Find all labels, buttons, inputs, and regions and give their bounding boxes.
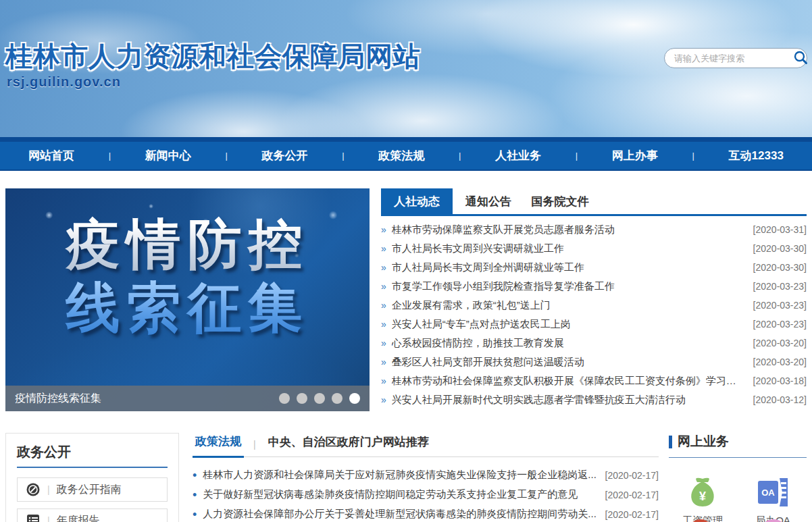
news-title[interactable]: 叠彩区人社局支部开展扶贫慰问送温暖活动 — [392, 356, 745, 369]
news-title[interactable]: 市人社局长韦文周到兴安调研就业工作 — [392, 242, 745, 255]
news-date: [2020-03-20] — [753, 338, 807, 348]
money-bag-icon: ¥ — [686, 475, 719, 509]
tab-hr-news[interactable]: 人社动态 — [381, 188, 453, 214]
news-section: 人社动态 通知公告 国务院文件 » 桂林市劳动保障监察支队开展党员志愿者服务活动… — [381, 188, 807, 411]
carousel-dot[interactable] — [332, 393, 342, 404]
policy-item[interactable]: • 人力资源社会保障部办公厅关于妥善处理新型冠状病毒感染的肺炎疫情防控期间劳动关… — [193, 504, 659, 522]
carousel-dot[interactable] — [279, 393, 290, 404]
nav-separator: | — [576, 151, 578, 161]
online-services-title: 网上业务 — [678, 433, 729, 450]
news-tabs: 人社动态 通知公告 国务院文件 — [381, 188, 807, 216]
partial-pink-icon[interactable] — [759, 519, 788, 522]
nav-separator: | — [342, 151, 344, 161]
compass-icon — [26, 482, 41, 497]
main-content: 疫情防控 线索征集 疫情防控线索征集 人社动态 通知公告 国务院文件 — [0, 171, 812, 411]
nav-separator: | — [692, 151, 694, 161]
arrow-icon: » — [381, 281, 386, 292]
news-title[interactable]: 兴安人社局“专车”点对点护送农民工上岗 — [392, 318, 745, 331]
policy-title[interactable]: 桂林市人力资源和社会保障局关于应对新冠肺炎疫情实施失业保险支持一般企业稳岗返..… — [203, 469, 597, 481]
news-date: [2020-03-18] — [753, 375, 807, 386]
gov-item-label: 年度报告 — [57, 514, 100, 522]
carousel-banner[interactable]: 疫情防控 线索征集 疫情防控线索征集 — [5, 188, 370, 411]
arrow-icon: » — [381, 375, 386, 386]
service-item-bureau-oa[interactable]: OA 局办OA — [748, 475, 797, 522]
news-date: [2020-03-30] — [753, 262, 807, 273]
nav-item-interact-12333[interactable]: 互动12333 — [729, 148, 784, 163]
tab-policies-regulations[interactable]: 政策法规 — [193, 434, 244, 458]
arrow-icon: » — [381, 300, 386, 311]
policy-tabs: 政策法规 | 中央、自治区政府门户网站推荐 — [193, 433, 659, 457]
online-services-section: 网上业务 ¥ 工资管理 — [669, 433, 807, 522]
news-item[interactable]: » 市人社局局长韦文周到全州调研就业等工作 [2020-03-30] — [381, 258, 807, 277]
main-nav: 网站首页 | 新闻中心 | 政务公开 | 政策法规 | 人社业务 | 网上办事 … — [0, 137, 812, 171]
news-item[interactable]: » 心系校园疫情防控，助推技工教育发展 [2020-03-20] — [381, 334, 807, 353]
news-title[interactable]: 市人社局局长韦文周到全州调研就业等工作 — [392, 261, 745, 274]
news-title[interactable]: 心系校园疫情防控，助推技工教育发展 — [392, 337, 745, 350]
news-item[interactable]: » 市人社局长韦文周到兴安调研就业工作 [2020-03-30] — [381, 239, 807, 258]
bottom-content: 政务公开 | 政务公开指南 — [0, 411, 812, 522]
divider: | — [47, 484, 50, 495]
news-date: [2020-03-12] — [753, 394, 807, 405]
partial-red-icon[interactable] — [688, 519, 713, 522]
news-title[interactable]: 桂林市劳动保障监察支队开展党员志愿者服务活动 — [392, 224, 745, 236]
tab-state-council-docs[interactable]: 国务院文件 — [524, 188, 596, 214]
policy-item[interactable]: • 桂林市人力资源和社会保障局关于应对新冠肺炎疫情实施失业保险支持一般企业稳岗返… — [193, 465, 659, 485]
policy-date: [2020-02-17] — [605, 509, 659, 520]
nav-item-home[interactable]: 网站首页 — [28, 148, 74, 163]
policy-title[interactable]: 人力资源社会保障部办公厅关于妥善处理新型冠状病毒感染的肺炎疫情防控期间劳动关..… — [203, 508, 597, 521]
partial-service-icons — [669, 519, 807, 522]
page: 桂林市人力资源和社会保障局网站 rsj.guilin.gov.cn 网站首页 |… — [0, 0, 812, 522]
news-title[interactable]: 兴安人社局开展新时代文明实践志愿者学雷锋暨抗疫五大清洁行动 — [392, 394, 745, 407]
nav-item-gov-disclosure[interactable]: 政务公开 — [262, 148, 308, 163]
divider: | — [47, 515, 50, 522]
search-input[interactable] — [674, 53, 793, 63]
news-item[interactable]: » 兴安人社局“专车”点对点护送农民工上岗 [2020-03-23] — [381, 315, 807, 334]
search-icon — [793, 50, 808, 67]
policy-list: • 桂林市人力资源和社会保障局关于应对新冠肺炎疫情实施失业保险支持一般企业稳岗返… — [193, 465, 659, 522]
tab-notices[interactable]: 通知公告 — [453, 188, 524, 214]
banner-line2: 线索征集 — [5, 276, 370, 340]
gov-item-annual-report[interactable]: | 年度报告 — [17, 508, 168, 522]
news-item[interactable]: » 企业发展有需求，政策“礼包”送上门 [2020-03-23] — [381, 296, 807, 315]
accent-bar — [669, 436, 672, 448]
nav-item-online-services[interactable]: 网上办事 — [612, 148, 658, 163]
nav-separator: | — [459, 151, 461, 161]
site-title: 桂林市人力资源和社会保障局网站 — [5, 38, 421, 75]
news-date: [2020-03-23] — [753, 281, 807, 292]
site-subtitle: rsj.guilin.gov.cn — [7, 74, 121, 90]
news-title[interactable]: 市复学工作领导小组到我院检查指导复学准备工作 — [392, 280, 745, 293]
news-title[interactable]: 桂林市劳动和社会保障监察支队积极开展《保障农民工工资支付条例》学习宣传 — [392, 375, 745, 388]
search-box[interactable] — [664, 48, 807, 68]
report-icon — [26, 513, 41, 522]
news-item[interactable]: » 桂林市劳动和社会保障监察支队积极开展《保障农民工工资支付条例》学习宣传 [2… — [381, 371, 807, 390]
news-item[interactable]: » 桂林市劳动保障监察支队开展党员志愿者服务活动 [2020-03-31] — [381, 220, 807, 239]
arrow-icon: » — [381, 262, 386, 273]
banner-headline: 疫情防控 线索征集 — [5, 213, 370, 340]
news-item[interactable]: » 市复学工作领导小组到我院检查指导复学准备工作 [2020-03-23] — [381, 277, 807, 296]
policy-title[interactable]: 关于做好新型冠状病毒感染肺炎疫情防控期间稳定劳动关系支持企业复工复产的意见 — [203, 488, 597, 501]
bullet-icon: • — [193, 469, 197, 481]
news-date: [2020-03-31] — [753, 224, 807, 235]
news-item[interactable]: » 叠彩区人社局支部开展扶贫慰问送温暖活动 [2020-03-20] — [381, 353, 807, 371]
search-button[interactable] — [793, 49, 808, 67]
carousel-dot[interactable] — [314, 393, 325, 404]
service-item-salary-management[interactable]: ¥ 工资管理 — [678, 475, 727, 522]
news-list: » 桂林市劳动保障监察支队开展党员志愿者服务活动 [2020-03-31] » … — [381, 220, 807, 409]
gov-item-disclosure-guide[interactable]: | 政务公开指南 — [17, 477, 168, 502]
nav-item-news-center[interactable]: 新闻中心 — [145, 148, 191, 163]
arrow-icon: » — [381, 243, 386, 254]
oa-document-icon: OA — [755, 475, 790, 509]
tab-portal-recommendations[interactable]: 中央、自治区政府门户网站推荐 — [265, 434, 432, 456]
news-item[interactable]: » 兴安人社局开展新时代文明实践志愿者学雷锋暨抗疫五大清洁行动 [2020-03… — [381, 390, 807, 409]
arrow-icon: » — [381, 357, 386, 367]
arrow-icon: » — [381, 224, 386, 235]
policy-item[interactable]: • 关于做好新型冠状病毒感染肺炎疫情防控期间稳定劳动关系支持企业复工复产的意见 … — [193, 485, 659, 504]
svg-text:¥: ¥ — [699, 490, 706, 503]
nav-separator: | — [109, 151, 111, 161]
carousel-dot[interactable] — [297, 393, 307, 404]
news-date: [2020-03-23] — [753, 300, 807, 311]
carousel-dot[interactable] — [349, 393, 360, 404]
nav-item-hr-business[interactable]: 人社业务 — [495, 148, 541, 163]
news-title[interactable]: 企业发展有需求，政策“礼包”送上门 — [392, 299, 745, 312]
nav-item-policies[interactable]: 政策法规 — [378, 148, 424, 163]
